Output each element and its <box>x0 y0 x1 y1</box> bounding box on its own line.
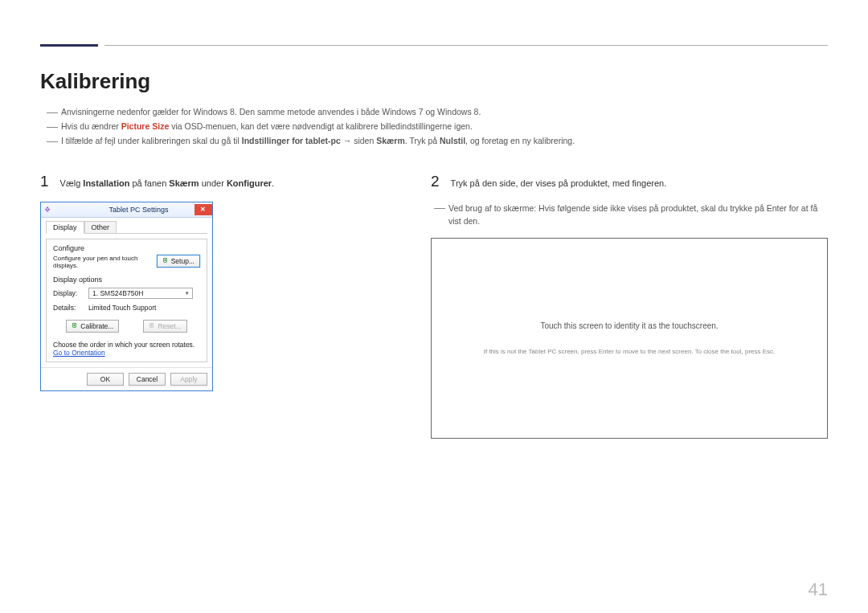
touch-screen-box: Touch this screen to identity it as the … <box>431 238 828 439</box>
text-seg: Hvis du ændrer <box>61 121 121 131</box>
intro-notes: Anvisningerne nedenfor gælder for Window… <box>47 105 828 149</box>
step-header: 2 Tryk på den side, der vises på produkt… <box>431 173 828 190</box>
page-title: Kalibrering <box>40 69 828 94</box>
dialog-tabs: Display Other <box>46 221 207 234</box>
step-number: 2 <box>431 173 440 190</box>
sub-note: Ved brug af to skærme: Hvis følgende sid… <box>434 202 828 229</box>
tab-display[interactable]: Display <box>46 221 84 234</box>
step-text: Vælg Installation på fanen Skærm under K… <box>60 178 275 188</box>
chevron-down-icon: ▾ <box>186 290 189 296</box>
touch-sub-text: If this is not the Tablet PC screen, pre… <box>484 348 776 355</box>
text-bold: Indstillinger for tablet-pc <box>242 136 341 145</box>
details-row: Details: Limited Touch Support <box>53 304 200 312</box>
close-button[interactable]: ✕ <box>194 204 212 215</box>
system-icon: ❖ <box>44 206 51 214</box>
reset-button[interactable]: ⛨ Reset... <box>143 320 186 333</box>
note-text: Anvisningerne nedenfor gælder for Window… <box>61 105 481 120</box>
text-seg: siden <box>354 136 376 145</box>
orientation-note: Choose the order in which your screen ro… <box>53 341 200 349</box>
text-seg: I tilfælde af fejl under kalibreringen s… <box>61 136 242 145</box>
dash-icon <box>47 127 58 128</box>
dialog-footer: OK Cancel Apply <box>41 367 212 390</box>
dash-icon <box>434 208 445 209</box>
rule-accent <box>40 44 98 47</box>
page-number: 41 <box>809 579 828 600</box>
display-options-label: Display options <box>53 276 200 284</box>
note-line: Anvisningerne nedenfor gælder for Window… <box>47 105 828 120</box>
ok-button[interactable]: OK <box>87 373 124 386</box>
shield-icon: ⛨ <box>72 322 78 329</box>
apply-button[interactable]: Apply <box>170 373 207 386</box>
text-seg: under <box>199 178 227 188</box>
step-number: 1 <box>40 173 49 190</box>
dash-icon <box>47 112 58 113</box>
tab-other[interactable]: Other <box>84 221 117 233</box>
note-line: I tilfælde af fejl under kalibreringen s… <box>47 134 828 149</box>
text-seg: på fanen <box>129 178 169 188</box>
configure-text: Configure your pen and touch displays. <box>53 255 138 269</box>
calibrate-button[interactable]: ⛨ Calibrate... <box>66 320 119 333</box>
touch-main-text: Touch this screen to identity it as the … <box>540 321 718 330</box>
dialog-body: Display Other Configure Configure your p… <box>41 218 212 367</box>
details-value: Limited Touch Support <box>88 304 156 312</box>
details-label: Details: <box>53 304 88 312</box>
button-label: Setup... <box>171 257 194 265</box>
dialog-titlebar: ❖ Tablet PC Settings ✕ <box>41 202 212 218</box>
step-text: Tryk på den side, der vises på produktet… <box>451 178 667 188</box>
display-select[interactable]: 1. SMS24B750H ▾ <box>88 288 193 299</box>
display-label: Display: <box>53 289 88 297</box>
note-line: Hvis du ændrer Picture Size via OSD-menu… <box>47 120 828 134</box>
button-label: Reset... <box>158 322 181 330</box>
note-text: I tilfælde af fejl under kalibreringen s… <box>61 134 575 149</box>
text-bold: Installation <box>83 178 129 188</box>
text-bold: Nulstil <box>440 136 465 145</box>
text-bold: Konfigurer <box>227 178 272 188</box>
shield-icon: ⛨ <box>162 257 169 264</box>
configure-group: Configure Configure your pen and touch d… <box>53 244 200 269</box>
shield-icon: ⛨ <box>149 322 155 329</box>
button-label: Calibrate... <box>80 322 113 330</box>
column-left: 1 Vælg Installation på fanen Skærm under… <box>40 173 407 439</box>
orientation-link[interactable]: Go to Orientation <box>53 349 200 357</box>
text-bold: Skærm <box>376 136 405 145</box>
display-options-group: Display options Display: 1. SMS24B750H ▾… <box>53 276 200 333</box>
select-value: 1. SMS24B750H <box>92 289 143 297</box>
tablet-pc-settings-dialog: ❖ Tablet PC Settings ✕ Display Other Con… <box>40 202 213 391</box>
cancel-button[interactable]: Cancel <box>129 373 166 386</box>
text-seg: via OSD-menuen, kan det være nødvendigt … <box>169 121 473 131</box>
text-bold: Skærm <box>169 178 199 188</box>
text-seg: Vælg <box>60 178 84 188</box>
dash-icon <box>47 141 58 142</box>
text-seg: , og foretag en ny kalibrering. <box>465 136 575 145</box>
setup-button[interactable]: ⛨ Setup... <box>157 255 200 268</box>
arrow-icon: → <box>341 136 354 145</box>
configure-label: Configure <box>53 244 200 252</box>
text-seg: . <box>272 178 274 188</box>
dialog-content: Configure Configure your pen and touch d… <box>46 239 207 362</box>
top-rule <box>40 44 828 47</box>
text-seg: . Tryk på <box>405 136 440 145</box>
step-header: 1 Vælg Installation på fanen Skærm under… <box>40 173 407 190</box>
rule-line <box>104 45 828 46</box>
text-bold-red: Picture Size <box>121 121 170 131</box>
sub-note-text: Ved brug af to skærme: Hvis følgende sid… <box>448 202 828 229</box>
dialog-title: Tablet PC Settings <box>108 206 168 214</box>
column-right: 2 Tryk på den side, der vises på produkt… <box>431 173 828 439</box>
display-row: Display: 1. SMS24B750H ▾ <box>53 288 200 299</box>
note-text: Hvis du ændrer Picture Size via OSD-menu… <box>61 120 473 134</box>
